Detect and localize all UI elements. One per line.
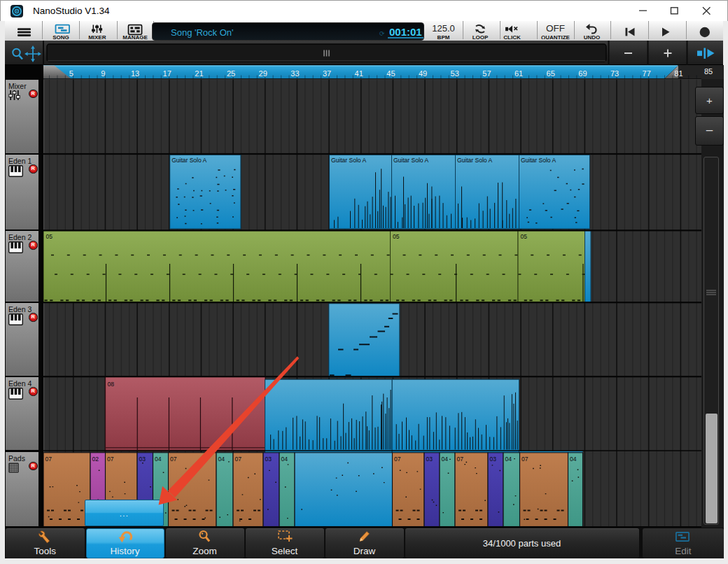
svg-text:03: 03: [426, 456, 433, 463]
svg-text:07: 07: [522, 456, 528, 463]
svg-text:25: 25: [227, 69, 235, 78]
svg-text:05: 05: [46, 233, 53, 240]
svg-text:07: 07: [457, 456, 464, 463]
svg-text:81: 81: [674, 69, 682, 78]
svg-text:77: 77: [643, 69, 651, 78]
svg-text:53: 53: [451, 69, 459, 78]
svg-text:17: 17: [163, 69, 172, 78]
svg-text:08: 08: [108, 381, 115, 388]
svg-text:02: 02: [92, 456, 99, 463]
svg-text:Guitar Solo A: Guitar Solo A: [521, 157, 556, 164]
svg-text:Guitar Solo A: Guitar Solo A: [172, 157, 206, 164]
svg-text:73: 73: [610, 69, 619, 78]
svg-text:04: 04: [570, 456, 577, 463]
svg-text:Guitar Solo A: Guitar Solo A: [393, 157, 428, 164]
svg-text:33: 33: [290, 69, 299, 78]
svg-text:21: 21: [195, 69, 203, 78]
svg-text:04: 04: [442, 456, 449, 463]
svg-text:SONG: SONG: [52, 34, 69, 39]
svg-text:07: 07: [46, 456, 52, 463]
svg-text:07: 07: [394, 456, 401, 463]
svg-text:37: 37: [323, 69, 331, 78]
svg-text:05: 05: [393, 233, 400, 240]
svg-text:69: 69: [578, 69, 587, 78]
svg-text:07: 07: [107, 456, 114, 463]
svg-text:29: 29: [259, 69, 267, 78]
svg-text:QUANTIZE: QUANTIZE: [541, 34, 570, 40]
svg-text:CLICK: CLICK: [503, 34, 521, 39]
svg-text:5: 5: [69, 69, 74, 78]
svg-text:05: 05: [521, 233, 528, 240]
svg-text:61: 61: [514, 69, 523, 78]
svg-text:MANAGE: MANAGE: [122, 34, 148, 39]
svg-text:Guitar Solo A: Guitar Solo A: [457, 157, 492, 164]
svg-text:03: 03: [490, 456, 497, 463]
svg-text:41: 41: [355, 69, 363, 78]
svg-text:OFF: OFF: [546, 23, 565, 34]
svg-text:125.0: 125.0: [432, 23, 455, 34]
svg-text:UNDO: UNDO: [584, 34, 601, 39]
svg-text:45: 45: [386, 69, 395, 78]
svg-text:04: 04: [505, 456, 512, 463]
svg-text:57: 57: [482, 69, 491, 78]
svg-text:Guitar Solo A: Guitar Solo A: [331, 157, 366, 164]
svg-text:13: 13: [131, 69, 139, 78]
svg-text:49: 49: [419, 69, 427, 78]
svg-text:65: 65: [547, 69, 555, 78]
svg-text:9: 9: [101, 69, 105, 78]
svg-text:LOOP: LOOP: [472, 34, 489, 39]
svg-text:MIXER: MIXER: [88, 34, 106, 39]
svg-text:BPM: BPM: [438, 34, 450, 40]
